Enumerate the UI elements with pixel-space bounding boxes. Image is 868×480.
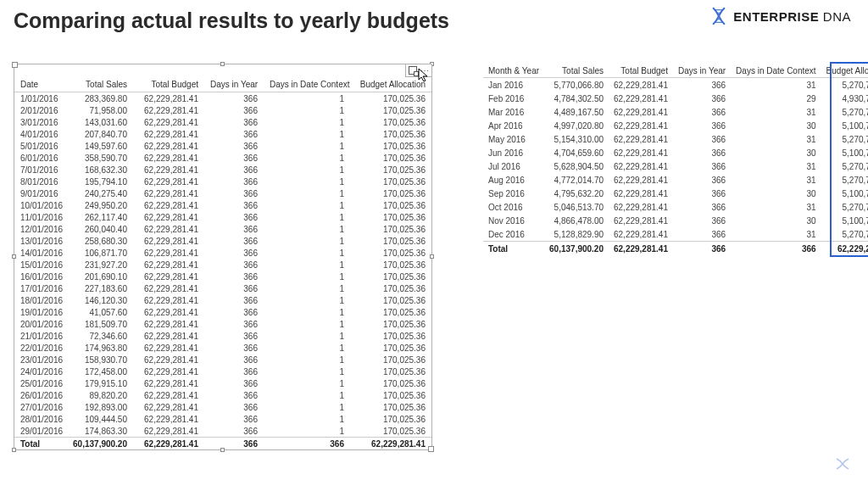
cell-dctx: 1	[264, 211, 350, 223]
cell-sales: 172,458.00	[67, 366, 133, 377]
cell-date: 2/01/2016	[14, 104, 67, 116]
table-row[interactable]: Apr 20164,997,020.8062,229,281.41366305,…	[483, 119, 868, 132]
daily-table[interactable]: Date Total Sales Total Budget Days in Ye…	[14, 64, 431, 449]
table-row[interactable]: 4/01/2016207,840.7062,229,281.413661170,…	[14, 128, 431, 140]
table-row[interactable]: Feb 20164,784,302.5062,229,281.41366294,…	[483, 92, 868, 105]
cell-sales: 195,794.10	[67, 176, 133, 187]
cell-budget: 62,229,281.41	[133, 306, 204, 318]
cell-sales: 201,690.10	[67, 271, 133, 282]
cell-diy: 366	[673, 173, 731, 187]
col-budget-allocation: Budget Allocation	[821, 64, 868, 78]
table-row[interactable]: Jun 20164,704,659.6062,229,281.41366305,…	[483, 146, 868, 159]
table-row[interactable]: Dec 20165,128,829.9062,229,281.41366315,…	[483, 227, 868, 242]
table-row[interactable]: 17/01/2016227,183.6062,229,281.413661170…	[14, 282, 431, 294]
cell-sales: 168,632.30	[67, 164, 133, 176]
cell-budget: 62,229,281.41	[133, 354, 204, 366]
table-row[interactable]: 10/01/2016249,950.2062,229,281.413661170…	[14, 199, 431, 211]
table-row[interactable]: Mar 20164,489,167.5062,229,281.41366315,…	[483, 105, 868, 119]
daily-table-visual[interactable]: Date Total Sales Total Budget Days in Ye…	[14, 64, 432, 450]
cell-alloc: 5,100,760.77	[821, 146, 868, 159]
cell-alloc: 5,270,786.13	[821, 132, 868, 146]
table-row[interactable]: 29/01/2016174,863.3062,229,281.413661170…	[14, 425, 431, 437]
cell-budget: 62,229,281.41	[133, 199, 204, 211]
table-row[interactable]: 3/01/2016143,031.6062,229,281.413661170,…	[14, 116, 431, 128]
table-row[interactable]: 2/01/201671,958.0062,229,281.413661170,0…	[14, 104, 431, 116]
table-row[interactable]: 12/01/2016260,040.4062,229,281.413661170…	[14, 223, 431, 235]
table-row[interactable]: 19/01/201641,057.6062,229,281.413661170,…	[14, 306, 431, 318]
cell-budget: 62,229,281.41	[609, 187, 673, 200]
cell-budget: 62,229,281.41	[133, 318, 204, 330]
cell-budget: 62,229,281.41	[133, 259, 204, 271]
table-row[interactable]: Sep 20164,795,632.2062,229,281.41366305,…	[483, 187, 868, 200]
cell-budget: 62,229,281.41	[609, 159, 673, 173]
table-row[interactable]: May 20165,154,310.0062,229,281.41366315,…	[483, 132, 868, 146]
cell-budget: 62,229,281.41	[133, 223, 204, 235]
cell-budget: 62,229,281.41	[133, 235, 204, 247]
table-row[interactable]: Oct 20165,046,513.7062,229,281.41366315,…	[483, 200, 868, 214]
table-row[interactable]: 22/01/2016174,963.8062,229,281.413661170…	[14, 342, 431, 354]
table-row[interactable]: 13/01/2016258,680.3062,229,281.413661170…	[14, 235, 431, 247]
table-row[interactable]: 28/01/2016109,444.5062,229,281.413661170…	[14, 413, 431, 425]
col-month-year: Month & Year	[483, 64, 544, 78]
more-options-icon[interactable]	[420, 66, 429, 75]
cell-alloc: 5,270,786.13	[821, 159, 868, 173]
cell-dctx: 1	[264, 140, 350, 152]
cell-diy: 366	[673, 214, 731, 227]
cell-sales: 358,590.70	[67, 152, 133, 164]
cell-budget: 62,229,281.41	[609, 173, 673, 187]
cell-diy: 366	[204, 211, 264, 223]
table-row[interactable]: 1/01/2016283,369.8062,229,281.413661170,…	[14, 92, 431, 104]
cell-sales: 158,930.70	[67, 354, 133, 366]
cell-diy: 366	[204, 282, 264, 294]
table-row[interactable]: Nov 20164,866,478.0062,229,281.41366305,…	[483, 214, 868, 227]
cell-diy: 366	[673, 146, 731, 159]
table-row[interactable]: 21/01/201672,346.6062,229,281.413661170,…	[14, 330, 431, 342]
table-row[interactable]: 27/01/2016192,893.0062,229,281.413661170…	[14, 401, 431, 413]
table-row[interactable]: 7/01/2016168,632.3062,229,281.413661170,…	[14, 164, 431, 176]
cell-dctx: 1	[264, 92, 350, 104]
cell-budget: 62,229,281.41	[133, 140, 204, 152]
table-row[interactable]: 23/01/2016158,930.7062,229,281.413661170…	[14, 354, 431, 366]
cell-diy: 366	[204, 187, 264, 199]
cell-sales: 5,154,310.00	[544, 132, 609, 146]
table-row[interactable]: 16/01/2016201,690.1062,229,281.413661170…	[14, 271, 431, 282]
focus-mode-icon[interactable]	[409, 66, 417, 75]
table-row[interactable]: Jul 20165,628,904.5062,229,281.41366315,…	[483, 159, 868, 173]
cell-alloc: 170,025.36	[350, 366, 431, 377]
table-row[interactable]: Aug 20164,772,014.7062,229,281.41366315,…	[483, 173, 868, 187]
cell-alloc: 170,025.36	[350, 377, 431, 389]
cell-diy: 366	[204, 247, 264, 259]
table-row[interactable]: 5/01/2016149,597.6062,229,281.413661170,…	[14, 140, 431, 152]
monthly-total-row: Total 60,137,900.20 62,229,281.41 366 36…	[483, 242, 868, 256]
table-row[interactable]: 18/01/2016146,120.3062,229,281.413661170…	[14, 294, 431, 306]
cell-date: 11/01/2016	[14, 211, 67, 223]
cell-diy: 366	[673, 132, 731, 146]
cell-m: Mar 2016	[483, 105, 544, 119]
table-row[interactable]: 6/01/2016358,590.7062,229,281.413661170,…	[14, 152, 431, 164]
table-row[interactable]: 26/01/201689,820.2062,229,281.413661170,…	[14, 389, 431, 401]
table-row[interactable]: 15/01/2016231,927.2062,229,281.413661170…	[14, 259, 431, 271]
cell-dctx: 30	[731, 146, 821, 159]
table-row[interactable]: 14/01/2016106,871.7062,229,281.413661170…	[14, 247, 431, 259]
table-row[interactable]: 20/01/2016181,509.7062,229,281.413661170…	[14, 318, 431, 330]
table-row[interactable]: 8/01/2016195,794.1062,229,281.413661170,…	[14, 176, 431, 187]
monthly-table[interactable]: Month & Year Total Sales Total Budget Da…	[483, 64, 868, 255]
cell-diy: 366	[204, 366, 264, 377]
cell-budget: 62,229,281.41	[133, 211, 204, 223]
visual-toolbar[interactable]	[405, 64, 432, 77]
brand-text: ENTERPRISE DNA	[733, 9, 851, 24]
table-row[interactable]: 11/01/2016262,117.4062,229,281.413661170…	[14, 211, 431, 223]
cell-dctx: 29	[731, 92, 821, 105]
cell-diy: 366	[673, 200, 731, 214]
cell-alloc: 170,025.36	[350, 92, 431, 104]
cell-dctx: 1	[264, 354, 350, 366]
table-row[interactable]: 25/01/2016179,915.1062,229,281.413661170…	[14, 377, 431, 389]
table-row[interactable]: 9/01/2016240,275.4062,229,281.413661170,…	[14, 187, 431, 199]
cell-budget: 62,229,281.41	[133, 176, 204, 187]
cell-diy: 366	[204, 199, 264, 211]
cell-alloc: 170,025.36	[350, 354, 431, 366]
table-row[interactable]: 24/01/2016172,458.0062,229,281.413661170…	[14, 366, 431, 377]
table-row[interactable]: Jan 20165,770,066.8062,229,281.41366315,…	[483, 78, 868, 92]
cell-budget: 62,229,281.41	[133, 187, 204, 199]
cell-date: 9/01/2016	[14, 187, 67, 199]
